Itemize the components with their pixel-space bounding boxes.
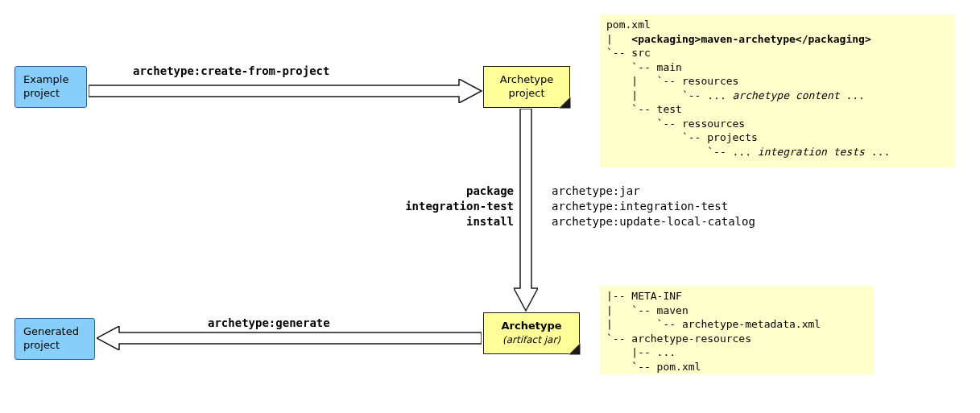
archetype-artifact-subtitle: (artifact jar): [502, 334, 560, 345]
pb-l4: `-- archetype-resources: [606, 332, 751, 345]
pb-l1: |-- META-INF: [606, 290, 682, 302]
pb-l5: |-- ...: [606, 346, 676, 358]
arrow-package-install: [514, 109, 538, 312]
label-archetype-goals: archetype:jar archetype:integration-test…: [552, 184, 755, 229]
archetype-artifact-box: Archetype (artifact jar): [483, 312, 580, 354]
arrow-create-from-project: [89, 79, 483, 103]
pt-l10b: integration tests: [758, 146, 865, 158]
pt-l9: `-- projects: [606, 131, 758, 143]
pb-l6: `-- pom.xml: [606, 361, 701, 373]
pt-l5: | `-- resources: [606, 75, 738, 87]
pt-l6b: archetype content: [733, 89, 840, 101]
pt-l3: `-- src: [606, 47, 651, 59]
archetype-project-label: Archetype project: [500, 73, 553, 99]
pt-l2a: |: [606, 33, 631, 45]
label-goals-1: archetype:jar: [552, 184, 755, 199]
panel-archetype-project-tree: pom.xml | <packaging>maven-archetype</pa…: [600, 14, 954, 167]
pt-l2b: <packaging>: [631, 33, 701, 45]
label-package-3: install: [385, 214, 514, 229]
arrow-generate: [97, 326, 482, 350]
svg-marker-2: [97, 326, 482, 350]
label-generate: archetype:generate: [208, 316, 330, 329]
pt-l2d: </packaging>: [796, 33, 871, 45]
example-project-label: Example project: [23, 73, 68, 99]
svg-marker-0: [89, 79, 482, 103]
generated-project-label: Generated project: [23, 325, 79, 351]
pt-l7: `-- test: [606, 103, 682, 115]
label-package-2: integration-test: [385, 199, 514, 214]
panel-archetype-jar-tree: |-- META-INF | `-- maven | `-- archetype…: [600, 286, 874, 374]
label-generate-text: archetype:generate: [208, 316, 330, 329]
generated-project-box: Generated project: [14, 318, 95, 360]
archetype-project-box: Archetype project: [483, 66, 570, 108]
pt-l8: `-- ressources: [606, 118, 745, 130]
example-project-box: Example project: [14, 66, 87, 108]
pt-l10a: `-- ...: [606, 146, 758, 158]
label-goals-2: archetype:integration-test: [552, 199, 755, 214]
label-package-phases: package integration-test install: [385, 184, 514, 229]
svg-marker-1: [514, 109, 538, 311]
label-create-text: archetype:create-from-project: [133, 64, 329, 77]
pt-l1: pom.xml: [606, 19, 651, 31]
pb-l3: | `-- archetype-metadata.xml: [606, 318, 821, 330]
label-goals-3: archetype:update-local-catalog: [552, 214, 755, 229]
archetype-artifact-title: Archetype: [501, 320, 561, 332]
pb-l2: | `-- maven: [606, 304, 688, 316]
pt-l2c: maven-archetype: [701, 33, 795, 45]
label-create-from-project: archetype:create-from-project: [133, 64, 329, 77]
label-package-1: package: [385, 184, 514, 199]
pt-l6c: ...: [840, 89, 865, 101]
pt-l10c: ...: [865, 146, 890, 158]
pt-l4: `-- main: [606, 61, 682, 73]
pt-l6a: | `-- ...: [606, 89, 733, 101]
